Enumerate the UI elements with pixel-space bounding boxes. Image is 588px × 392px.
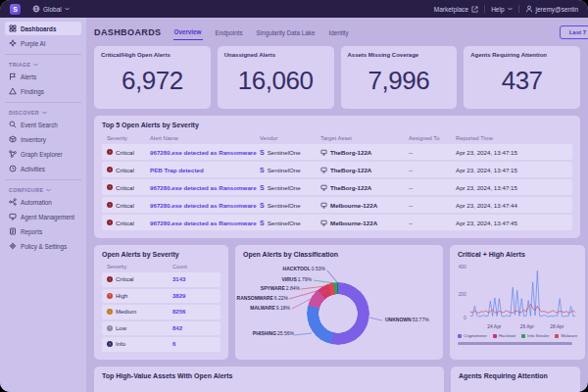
asset-link[interactable]: Melbourne-122A	[330, 220, 377, 226]
severity-icon: !	[107, 325, 113, 331]
marketplace-link[interactable]: Marketplace	[434, 6, 478, 13]
kpi-critical-high-open-alerts[interactable]: Critical/High Open Alerts 6,972	[94, 46, 211, 109]
sidebar-item-graph-explorer[interactable]: Graph Explorer	[5, 147, 81, 161]
bottom-row: Top High-Value Assets With Open Alerts A…	[94, 367, 580, 392]
chevron-down-icon	[42, 111, 47, 115]
scope-selector[interactable]: Global	[32, 5, 70, 13]
sparkle-icon	[9, 39, 17, 47]
help-menu[interactable]: Help	[491, 6, 512, 13]
legend-hacktool[interactable]: Hacktool	[493, 333, 515, 338]
sidebar-item-policy-settings[interactable]: Policy & Settings	[5, 239, 81, 253]
alert-name-link[interactable]: 967280.exe detected as Ransomware	[150, 184, 260, 191]
severity-count[interactable]: 3829	[172, 293, 216, 299]
donut-label-ransomware: RANSOMWARE6.22%	[237, 295, 288, 301]
donut-label-phishing: PHISHING25.56%	[253, 330, 294, 336]
table-row[interactable]: !Critical 967280.exe detected as Ransomw…	[102, 215, 572, 230]
alert-name-link[interactable]: 967280.exe detected as Ransomware	[150, 202, 260, 209]
agents-requiring-attention-panel: Agents Requiring Attention	[451, 367, 580, 392]
kpi-row: Critical/High Open Alerts 6,972 Unassign…	[94, 46, 580, 109]
legend-swatch	[458, 334, 462, 338]
sidebar-item-alerts[interactable]: Alerts	[5, 70, 81, 83]
legend-swatch	[555, 334, 559, 338]
time-filter-button[interactable]: Last 7	[560, 25, 588, 39]
chevron-down-icon	[65, 7, 70, 11]
charts-row: Open Alerts by Severity SeverityCount !C…	[94, 245, 580, 360]
main-content: DASHBOARDS Overview Endpoints Singularit…	[86, 18, 588, 392]
severity-count[interactable]: 3143	[172, 276, 216, 282]
sidebar-section-triage[interactable]: TRIAGE	[5, 59, 81, 70]
divider	[518, 5, 519, 13]
severity-row[interactable]: !Medium 8256	[102, 305, 220, 319]
sidebar-section-configure[interactable]: CONFIGURE	[5, 184, 81, 195]
tab-singularity-data-lake[interactable]: Singularity Data Lake	[256, 25, 317, 40]
panel-title: Top 5 Open Alerts by Severity	[102, 122, 572, 128]
severity-row[interactable]: !Low 842	[102, 321, 220, 336]
asset-link[interactable]: TheBorg-122A	[330, 149, 371, 156]
search-icon	[9, 121, 17, 128]
legend-cryptominer[interactable]: Cryptominer	[458, 333, 487, 338]
table-row[interactable]: !Critical PEB Trap detected SSentinelOne…	[102, 162, 572, 177]
severity-icon: !	[107, 341, 113, 347]
severity-icon: !	[107, 276, 113, 282]
severity-row[interactable]: !High 3829	[102, 289, 220, 304]
user-menu[interactable]: jeremy@sentin	[525, 5, 578, 13]
kpi-value: 437	[470, 66, 573, 96]
divider	[5, 54, 81, 55]
sidebar-item-inventory[interactable]: Inventory	[5, 132, 81, 146]
sidebar-item-event-search[interactable]: Event Search	[5, 118, 81, 131]
svg-text:24 Apr: 24 Apr	[487, 324, 502, 329]
chart-legend: Cryptominer Hacktool Info Stealer Malwar…	[458, 333, 577, 338]
page-header: DASHBOARDS Overview Endpoints Singularit…	[94, 22, 580, 43]
topbar: S Global Marketplace Help jeremy@sentin	[0, 0, 588, 18]
table-row[interactable]: !Critical 967280.exe detected as Ransomw…	[102, 197, 572, 213]
asset-icon	[320, 202, 327, 209]
alert-name-link[interactable]: 967280.exe detected as Ransomware	[150, 220, 260, 226]
sidebar-item-dashboards[interactable]: Dashboards	[5, 22, 81, 35]
tab-overview[interactable]: Overview	[173, 24, 203, 40]
divider	[5, 179, 81, 180]
kpi-unassigned-alerts[interactable]: Unassigned Alerts 16,060	[218, 46, 334, 109]
kpi-assets-missing-coverage[interactable]: Assets Missing Coverage 7,996	[341, 46, 458, 109]
severity-row[interactable]: !Info 6	[102, 337, 220, 352]
trend-line-chart[interactable]: 400 200 0 24 Apr 26 Apr 28 Apr	[458, 260, 577, 332]
sentinelone-logo[interactable]: S	[10, 4, 21, 15]
asset-link[interactable]: TheBorg-122A	[330, 167, 371, 173]
asset-link[interactable]: Melbourne-122A	[330, 202, 377, 209]
classification-donut-chart[interactable]	[307, 282, 369, 345]
tab-identity[interactable]: Identity	[327, 25, 349, 40]
severity-icon: !	[107, 184, 113, 190]
kpi-agents-requiring-attention[interactable]: Agents Requiring Attention 437	[464, 46, 580, 109]
sentinelone-icon: S	[260, 184, 265, 191]
severity-icon: !	[107, 293, 113, 299]
top-high-value-assets-panel: Top High-Value Assets With Open Alerts	[94, 367, 444, 392]
severity-count[interactable]: 8256	[172, 309, 216, 315]
clock-icon	[9, 165, 17, 172]
svg-text:200: 200	[459, 292, 467, 297]
sidebar-item-agent-management[interactable]: Agent Management	[5, 210, 81, 223]
chevron-down-icon	[508, 7, 513, 11]
severity-count[interactable]: 842	[172, 325, 216, 331]
table-row[interactable]: !Critical 967280.exe detected as Ransomw…	[102, 179, 572, 195]
alert-name-link[interactable]: 967280.exe detected as Ransomware	[150, 149, 260, 156]
alert-name-link[interactable]: PEB Trap detected	[150, 167, 260, 173]
severity-count[interactable]: 6	[172, 341, 216, 347]
table-header: SeverityAlert NameVendorTarget AssetAssi…	[102, 131, 572, 144]
sidebar-item-findings[interactable]: Findings	[5, 84, 81, 98]
grid-icon	[9, 24, 17, 32]
sidebar-item-automation[interactable]: Automation	[5, 195, 81, 209]
sidebar-item-activities[interactable]: Activities	[5, 162, 81, 175]
legend-info-stealer[interactable]: Info Stealer	[521, 333, 549, 338]
panel-title: Open Alerts by Severity	[102, 251, 220, 258]
tab-endpoints[interactable]: Endpoints	[215, 25, 244, 40]
legend-malware[interactable]: Malware	[555, 333, 577, 338]
horizontal-scrollbar[interactable]	[458, 342, 572, 345]
sidebar-section-discover[interactable]: DISCOVER	[5, 107, 81, 118]
asset-icon	[320, 184, 327, 191]
sidebar-item-reports[interactable]: Reports	[5, 224, 81, 238]
table-row[interactable]: !Critical 967280.exe detected as Ransomw…	[102, 144, 572, 160]
sidebar-item-purple-ai[interactable]: Purple AI	[5, 36, 81, 50]
asset-link[interactable]: TheBorg-122A	[330, 184, 371, 191]
severity-row[interactable]: !Critical 3143	[102, 272, 220, 287]
kpi-value: 6,972	[101, 66, 204, 96]
table-header: SeverityCount	[102, 261, 220, 272]
